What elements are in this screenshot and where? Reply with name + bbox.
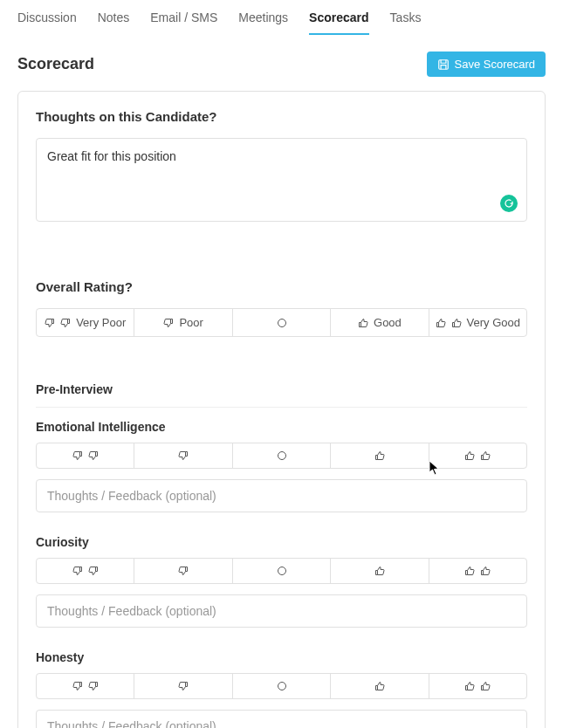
thumbs-down-icon — [72, 681, 83, 691]
poor-label: Poor — [179, 316, 203, 329]
trait-rating-row — [36, 673, 527, 699]
rating-very-good[interactable] — [429, 559, 526, 583]
thumbs-up-icon — [464, 566, 475, 576]
trait-emotional-intelligence: Emotional Intelligence — [36, 407, 527, 512]
page-title: Scorecard — [17, 55, 94, 73]
pre-interview-heading: Pre-Interview — [36, 372, 527, 396]
tab-emailsms[interactable]: Email / SMS — [150, 10, 217, 35]
trait-curiosity: Curiosity — [36, 523, 527, 628]
thumbs-down-icon — [88, 450, 99, 461]
rating-poor[interactable] — [134, 559, 232, 583]
svg-point-1 — [278, 319, 285, 326]
thumbs-up-icon — [451, 318, 462, 328]
thumbs-up-icon — [374, 681, 385, 691]
thumbs-down-icon — [60, 318, 71, 328]
good-label: Good — [374, 316, 402, 329]
rating-poor[interactable] — [134, 674, 232, 698]
rating-very-good[interactable] — [429, 674, 526, 698]
thumbs-up-icon — [464, 681, 475, 691]
thumbs-up-icon — [374, 566, 385, 576]
thoughts-value: Great fit for this position — [47, 149, 516, 163]
rating-poor[interactable] — [134, 443, 232, 468]
rating-neutral[interactable] — [233, 443, 331, 468]
thumbs-up-icon — [480, 681, 491, 691]
rating-neutral[interactable] — [233, 559, 331, 583]
thumbs-up-icon — [436, 318, 446, 328]
overall-rating-heading: Overall Rating? — [36, 279, 527, 294]
tab-meetings[interactable]: Meetings — [238, 10, 288, 35]
circle-icon — [277, 450, 287, 461]
overall-neutral[interactable] — [233, 309, 331, 336]
thoughts-textarea[interactable]: Great fit for this position — [36, 138, 527, 222]
tab-tasks[interactable]: Tasks — [390, 10, 422, 35]
trait-title: Emotional Intelligence — [36, 420, 527, 434]
thumbs-down-icon — [178, 566, 189, 576]
thumbs-down-icon — [178, 681, 189, 691]
page-header: Scorecard Save Scorecard — [0, 36, 563, 91]
trait-title: Curiosity — [36, 535, 527, 549]
trait-honesty: Honesty — [36, 638, 527, 728]
thumbs-down-icon — [72, 450, 83, 461]
thumbs-up-icon — [374, 450, 385, 461]
thumbs-down-icon — [163, 318, 174, 328]
trait-rating-row — [36, 443, 527, 469]
tab-discussion[interactable]: Discussion — [17, 10, 77, 35]
rating-good[interactable] — [331, 674, 429, 698]
thumbs-down-icon — [88, 681, 99, 691]
thumbs-down-icon — [178, 450, 189, 461]
thumbs-down-icon — [45, 318, 55, 328]
overall-very-good[interactable]: Very Good — [429, 309, 526, 336]
save-scorecard-button[interactable]: Save Scorecard — [427, 52, 546, 77]
svg-point-2 — [278, 452, 285, 460]
svg-point-4 — [278, 683, 285, 690]
tab-notes[interactable]: Notes — [98, 10, 130, 35]
overall-very-poor[interactable]: Very Poor — [37, 309, 134, 336]
grammarly-icon — [500, 195, 518, 212]
trait-feedback-input[interactable] — [36, 710, 527, 728]
circle-icon — [277, 318, 287, 328]
thumbs-up-icon — [480, 450, 491, 461]
thumbs-up-icon — [480, 566, 491, 576]
very-poor-label: Very Poor — [76, 316, 126, 329]
rating-good[interactable] — [331, 559, 429, 583]
trait-feedback-input[interactable] — [36, 594, 527, 628]
thumbs-up-icon — [358, 318, 368, 328]
save-button-label: Save Scorecard — [455, 58, 536, 71]
circle-icon — [277, 681, 287, 691]
tab-scorecard[interactable]: Scorecard — [309, 10, 368, 35]
rating-good[interactable] — [331, 443, 429, 468]
overall-poor[interactable]: Poor — [134, 309, 232, 336]
scorecard-card: Thoughts on this Candidate? Great fit fo… — [17, 91, 546, 728]
save-icon — [437, 58, 450, 71]
thumbs-down-icon — [72, 566, 83, 576]
rating-very-good[interactable] — [429, 443, 526, 468]
tab-bar: Discussion Notes Email / SMS Meetings Sc… — [0, 0, 563, 36]
rating-very-poor[interactable] — [37, 674, 134, 698]
circle-icon — [277, 566, 287, 576]
rating-very-poor[interactable] — [37, 443, 134, 468]
rating-very-poor[interactable] — [37, 559, 134, 583]
very-good-label: Very Good — [467, 316, 520, 329]
thumbs-up-icon — [464, 450, 475, 461]
thoughts-heading: Thoughts on this Candidate? — [36, 109, 527, 124]
svg-point-3 — [278, 567, 285, 575]
overall-good[interactable]: Good — [331, 309, 429, 336]
rating-neutral[interactable] — [233, 674, 331, 698]
trait-title: Honesty — [36, 650, 527, 664]
trait-feedback-input[interactable] — [36, 479, 527, 512]
trait-rating-row — [36, 558, 527, 584]
overall-rating-row: Very Poor Poor Good Very Go — [36, 308, 527, 337]
thumbs-down-icon — [88, 566, 99, 576]
